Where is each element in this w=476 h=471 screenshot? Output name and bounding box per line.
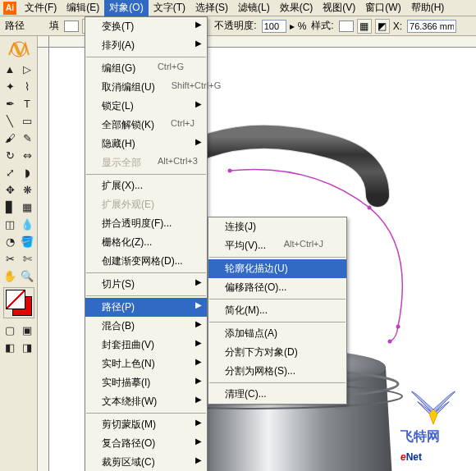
opacity-input[interactable] [262,20,286,33]
eyedropper-tool[interactable]: 💧 [19,216,35,232]
app-logo-icon: Ai [3,2,16,15]
submenu-arrow-icon: ▶ [195,357,202,366]
color-picker[interactable] [3,287,34,318]
mesh-tool[interactable]: ▦ [19,199,35,215]
menu-item[interactable]: 滤镜(L) [233,0,275,16]
menu-entry[interactable]: 裁剪区域(C)▶ [85,453,207,471]
fg-color[interactable] [6,290,25,309]
menu-entry[interactable]: 轮廓化描边(U) [208,259,346,278]
watermark: 飞特网 eNet [400,385,466,464]
graph-tool[interactable]: ▊ [2,199,18,215]
menu-entry[interactable]: 切片(S)▶ [85,275,207,294]
separator [86,295,206,296]
svg-point-1 [228,169,232,173]
menu-entry[interactable]: 锁定(L)▶ [85,97,207,116]
path-submenu-dropdown[interactable]: 连接(J)平均(V)...Alt+Ctrl+J轮廓化描边(U)偏移路径(O)..… [208,217,347,405]
wand-tool[interactable]: ✦ [2,78,18,94]
direct-select-tool[interactable]: ▷ [19,61,35,77]
path-label: 路径 [5,19,25,33]
menu-entry[interactable]: 平均(V)...Alt+Ctrl+J [208,236,346,255]
separator [209,322,346,322]
presentation-mode[interactable]: ◨ [19,339,35,355]
separator [209,382,346,383]
menu-item[interactable]: 编辑(E) [62,0,104,16]
opacity-arrow-icon[interactable]: ▸ [290,21,295,32]
menu-item[interactable]: 选择(S) [190,0,233,16]
separator [209,299,346,300]
menu-entry[interactable]: 扩展(X)... [85,176,207,195]
style-btn1[interactable]: ▦ [357,19,372,34]
menu-entry[interactable]: 变换(T)▶ [85,17,207,36]
wing-icon [400,385,466,426]
menu-entry[interactable]: 拼合透明度(F)... [85,214,207,233]
menu-entry: 扩展外观(E) [85,195,207,214]
line-tool[interactable]: ╲ [2,112,18,129]
menu-entry[interactable]: 文本绕排(W)▶ [85,392,207,411]
pencil-tool[interactable]: ✎ [19,130,35,146]
menu-entry[interactable]: 简化(M)... [208,301,346,320]
type-tool[interactable]: T [19,95,35,112]
livepaint-tool[interactable]: 🪣 [19,233,35,249]
menu-entry[interactable]: 分割下方对象(D) [208,343,346,362]
menu-item[interactable]: 对象(O) [104,0,148,16]
full-mode[interactable]: ▣ [19,322,35,338]
separator [86,174,206,175]
enet-logo: eNet [400,446,466,464]
menu-entry[interactable]: 排列(A)▶ [85,36,207,55]
gradient-tool[interactable]: ◫ [2,216,18,232]
menu-entry[interactable]: 复合路径(O)▶ [85,434,207,453]
menu-entry[interactable]: 实时上色(N)▶ [85,354,207,373]
preview-mode[interactable]: ◧ [2,339,18,355]
normal-mode[interactable]: ▢ [2,322,18,338]
submenu-arrow-icon: ▶ [195,338,202,347]
menu-item[interactable]: 文字(T) [149,0,190,16]
menu-entry[interactable]: 路径(P)▶ [85,298,207,317]
menu-bar: Ai 文件(F)编辑(E)对象(O)文字(T)选择(S)滤镜(L)效果(C)视图… [0,0,476,16]
menu-entry[interactable]: 全部解锁(K)Ctrl+J [85,116,207,135]
pen-tool[interactable]: ✒ [2,95,18,112]
scissors-tool[interactable]: ✄ [19,250,35,267]
svg-point-3 [396,325,400,329]
freetransform-tool[interactable]: ✥ [2,181,18,198]
menu-item[interactable]: 效果(C) [275,0,318,16]
blend-tool[interactable]: ◔ [2,233,18,249]
slice-tool[interactable]: ✂ [2,250,18,267]
style-btn2[interactable]: ◩ [375,19,390,34]
menu-entry[interactable]: 添加锚点(A) [208,324,346,343]
menu-entry[interactable]: 清理(C)... [208,385,346,404]
menu-entry[interactable]: 取消编组(U)Shift+Ctrl+G [85,78,207,97]
scale-tool[interactable]: ⤢ [2,164,18,181]
warp-tool[interactable]: ◗ [19,164,35,181]
menu-entry[interactable]: 混合(B)▶ [85,317,207,336]
menu-entry[interactable]: 偏移路径(O)... [208,278,346,297]
reflect-tool[interactable]: ⇔ [19,147,35,163]
menu-item[interactable]: 文件(F) [20,0,62,16]
lasso-tool[interactable]: ⌇ [19,78,35,94]
menu-entry[interactable]: 隐藏(H)▶ [85,135,207,153]
menu-entry[interactable]: 封套扭曲(V)▶ [85,336,207,354]
hand-tool[interactable]: ✋ [2,268,18,284]
object-menu-dropdown[interactable]: 变换(T)▶排列(A)▶编组(G)Ctrl+G取消编组(U)Shift+Ctrl… [85,16,208,471]
menu-entry[interactable]: 剪切蒙版(M)▶ [85,415,207,434]
fill-swatch[interactable] [64,21,79,32]
zoom-tool[interactable]: 🔍 [19,268,35,284]
brush-tool[interactable]: 🖌 [2,130,18,146]
menu-item[interactable]: 窗口(W) [360,0,405,16]
selection-tool[interactable]: ▲ [2,61,18,77]
submenu-arrow-icon: ▶ [195,455,202,464]
menu-entry[interactable]: 连接(J) [208,217,346,236]
menu-entry[interactable]: 编组(G)Ctrl+G [85,59,207,78]
x-input[interactable] [407,20,456,33]
symbol-tool[interactable]: ❋ [19,181,35,198]
menu-entry[interactable]: 分割为网格(S)... [208,362,346,381]
separator [86,57,206,57]
menu-item[interactable]: 视图(V) [318,0,360,16]
menu-item[interactable]: 帮助(H) [406,0,450,16]
menu-entry[interactable]: 实时描摹(I)▶ [85,373,207,392]
submenu-arrow-icon: ▶ [195,99,202,108]
menu-entry[interactable]: 创建渐变网格(D)... [85,252,207,271]
rect-tool[interactable]: ▭ [19,112,35,129]
menu-entry[interactable]: 栅格化(Z)... [85,233,207,252]
style-swatch[interactable] [339,21,354,32]
rotate-tool[interactable]: ↻ [2,147,18,163]
